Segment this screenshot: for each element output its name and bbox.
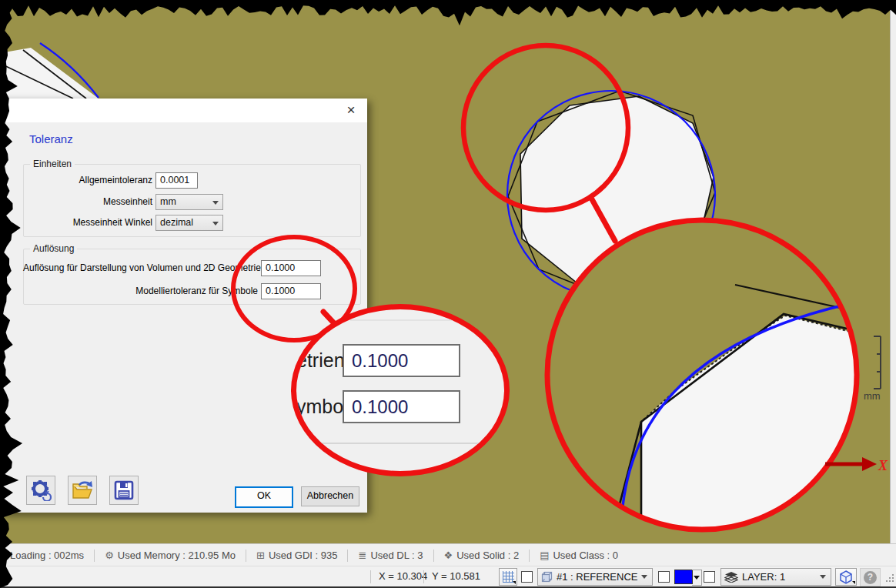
save-floppy-icon [114, 480, 134, 500]
winkel-select[interactable]: dezimal [155, 215, 223, 231]
x-axis-label: X [878, 458, 888, 473]
symbole-label: Modelliertoleranz für Symbole [23, 283, 258, 299]
y-coordinate: Y = 10.581 [432, 566, 480, 586]
resize-grip[interactable] [884, 573, 894, 582]
status-bar: Loading : 002ms ⚙ Used Memory : 210.95 M… [0, 543, 896, 566]
group-einheiten-label: Einheiten [30, 159, 75, 169]
ok-button[interactable]: OK [235, 486, 293, 508]
coordinate-bar: X = 10.304 Y = 10.581 #1 : REFERENCE [0, 566, 896, 587]
winkel-value: dezimal [160, 217, 193, 228]
messeinheit-value: mm [160, 196, 176, 207]
used-gdi-status: ⊞ Used GDI : 935 [246, 550, 348, 561]
gear-refresh-icon [30, 479, 52, 501]
messeinheit-label: Messeinheit [23, 194, 152, 210]
grid-toggle-button[interactable] [499, 568, 517, 586]
view-select-value: #1 : REFERENCE [557, 571, 637, 583]
unit-label: mm [864, 390, 881, 402]
x-coordinate: X = 10.304 [379, 566, 427, 586]
window-edge-strip [890, 0, 896, 543]
separator [370, 570, 371, 583]
layer-select[interactable]: LAYER: 1 [720, 568, 831, 586]
settings-button[interactable] [26, 476, 55, 505]
gdi-icon: ⊞ [256, 550, 265, 561]
left-circle-fragment [0, 43, 99, 99]
color-swatch[interactable] [674, 570, 693, 584]
layer-select-value: LAYER: 1 [742, 571, 785, 583]
loading-status: Loading : 002ms [0, 550, 94, 561]
chevron-down-icon [641, 575, 647, 579]
open-button[interactable] [68, 476, 97, 505]
application-window: mm X × Toleranz Einheiten Allgemeintoler… [0, 0, 896, 588]
solid-icon: ❖ [444, 550, 453, 561]
allgemeintoleranz-label: Allgemeintoleranz [23, 172, 152, 189]
dropdown-arrow-icon [852, 581, 855, 584]
view-checkbox[interactable] [521, 571, 533, 583]
scale-bracket [874, 336, 881, 389]
used-memory-status: ⚙ Used Memory : 210.95 Mo [95, 550, 246, 561]
dropdown-arrow-icon [513, 581, 516, 584]
cancel-button[interactable]: Abbrechen [301, 486, 359, 506]
used-dl-status: ≣ Used DL : 3 [348, 550, 433, 561]
dl-icon: ≣ [358, 550, 366, 561]
close-icon[interactable]: × [341, 101, 361, 119]
memory-icon: ⚙ [105, 550, 114, 561]
dropdown-arrow-icon [694, 576, 700, 580]
separator [423, 570, 424, 583]
cube-icon [540, 571, 553, 583]
symbole-input[interactable]: 0.1000 [261, 283, 321, 299]
help-button[interactable]: ? [860, 568, 881, 586]
wireframe-cube-icon [839, 570, 853, 584]
isometric-view-button[interactable] [835, 568, 857, 586]
save-button[interactable] [109, 476, 139, 505]
layer-checkbox[interactable] [704, 571, 715, 583]
toleranz-dialog: × Toleranz Einheiten Allgemeintoleranz 0… [0, 99, 367, 513]
open-folder-icon [72, 480, 93, 500]
color-checkbox[interactable] [658, 571, 670, 583]
layers-icon [724, 571, 738, 583]
chevron-down-icon [212, 222, 219, 226]
winkel-label: Messeinheit Winkel [23, 215, 152, 231]
allgemeintoleranz-input[interactable]: 0.0001 [155, 172, 198, 189]
color-swatch-dropdown[interactable] [692, 570, 702, 586]
dialog-title: Toleranz [29, 132, 73, 145]
group-aufloesung-label: Auflösung [30, 243, 77, 254]
view-select[interactable]: #1 : REFERENCE [537, 568, 653, 586]
dialog-titlebar[interactable] [0, 99, 367, 122]
darstellung-input[interactable]: 0.1000 [261, 260, 321, 276]
used-solid-status: ❖ Used Solid : 2 [434, 550, 530, 561]
used-class-status: ▤ Used Class : 0 [530, 550, 628, 561]
help-icon: ? [864, 571, 877, 584]
chevron-down-icon [212, 201, 219, 205]
chevron-down-icon [820, 575, 826, 579]
messeinheit-select[interactable]: mm [155, 194, 223, 210]
class-icon: ▤ [540, 550, 549, 561]
darstellung-label: Auflösung für Darstellung von Volumen un… [23, 260, 258, 276]
